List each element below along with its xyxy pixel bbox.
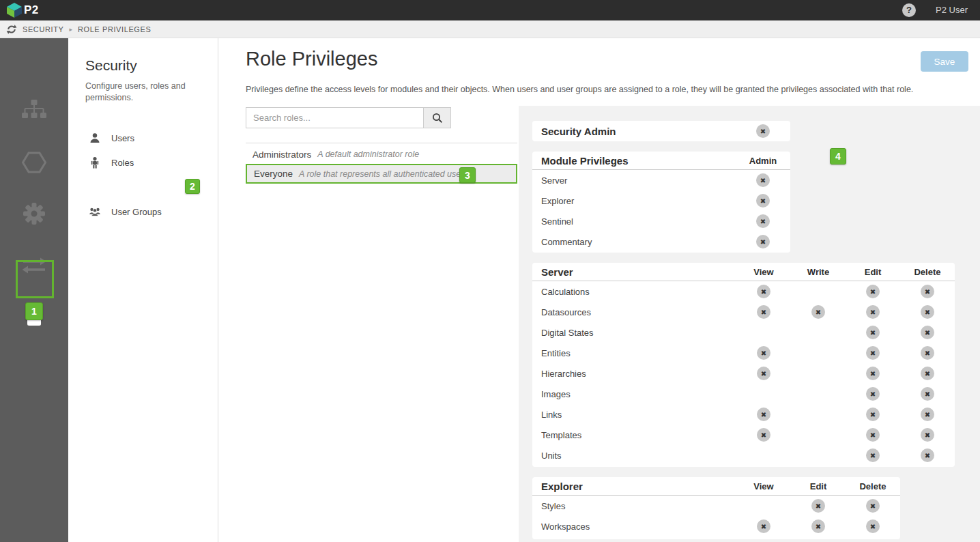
page-description: Privileges define the access levels for … bbox=[246, 85, 928, 94]
privilege-object-label: Hierarchies bbox=[532, 369, 736, 379]
privilege-cell: ✖ bbox=[846, 428, 900, 442]
privilege-object-label: Sentinel bbox=[532, 216, 736, 227]
revoke-privilege-button[interactable]: ✖ bbox=[811, 519, 825, 533]
privilege-cell: ✖ bbox=[736, 367, 791, 380]
revoke-privilege-button[interactable]: ✖ bbox=[866, 326, 880, 339]
revoke-privilege-button[interactable]: ✖ bbox=[921, 326, 934, 339]
privilege-object-label: Server bbox=[532, 175, 736, 186]
nav-item-hexagon[interactable] bbox=[0, 143, 68, 182]
search-input[interactable] bbox=[246, 107, 423, 128]
revoke-privilege-button[interactable]: ✖ bbox=[757, 367, 770, 380]
column-header: Edit bbox=[846, 267, 900, 277]
privilege-table-server: ServerViewWriteEditDeleteCalculations✖✖✖… bbox=[532, 263, 955, 467]
revoke-privilege-button[interactable]: ✖ bbox=[866, 448, 880, 462]
revoke-privilege-button[interactable]: ✖ bbox=[756, 194, 770, 208]
user-group-icon bbox=[89, 207, 101, 217]
revoke-privilege-button[interactable]: ✖ bbox=[866, 346, 880, 360]
revoke-privilege-button[interactable]: ✖ bbox=[866, 387, 880, 401]
privilege-cell: ✖ bbox=[900, 408, 955, 421]
privilege-object-label: Links bbox=[532, 410, 736, 420]
revoke-privilege-button[interactable]: ✖ bbox=[757, 346, 770, 360]
sidebar-item-users[interactable]: Users bbox=[68, 128, 218, 148]
privilege-row: Calculations✖✖✖ bbox=[532, 281, 955, 302]
revoke-privilege-button[interactable]: ✖ bbox=[811, 499, 825, 513]
privilege-cell: ✖ bbox=[846, 408, 900, 421]
role-list-item-administrators[interactable]: Administrators A default administrator r… bbox=[246, 145, 517, 164]
revoke-privilege-button[interactable]: ✖ bbox=[866, 285, 880, 298]
privilege-cell: ✖ bbox=[736, 305, 791, 319]
privilege-object-label: Commentary bbox=[532, 237, 736, 247]
revoke-privilege-button[interactable]: ✖ bbox=[756, 173, 770, 187]
nav-item-settings[interactable] bbox=[0, 195, 68, 233]
revoke-privilege-button[interactable]: ✖ bbox=[757, 408, 770, 421]
privilege-object-label: Images bbox=[532, 389, 736, 399]
breadcrumb-item-role-privileges: ROLE PRIVILEGES bbox=[78, 25, 151, 33]
privileges-panel: Security Admin ✖ Module PrivilegesAdminS… bbox=[519, 106, 980, 542]
search-icon bbox=[432, 113, 443, 124]
revoke-privilege-button[interactable]: ✖ bbox=[866, 408, 880, 421]
sidebar-item-roles[interactable]: Roles bbox=[68, 152, 218, 173]
breadcrumb-arrow-icon: ▸ bbox=[69, 26, 72, 33]
table-title: Module Privileges bbox=[532, 155, 736, 167]
revoke-privilege-button[interactable]: ✖ bbox=[866, 499, 880, 513]
revoke-privilege-button[interactable]: ✖ bbox=[921, 387, 934, 401]
privilege-row: Entities✖✖✖ bbox=[532, 343, 955, 363]
breadcrumb-item-security[interactable]: SECURITY bbox=[23, 25, 63, 33]
privilege-cell: ✖ bbox=[900, 346, 955, 360]
privilege-cell: ✖ bbox=[846, 519, 900, 533]
table-header-row: ServerViewWriteEditDelete bbox=[532, 263, 955, 281]
revoke-privilege-button[interactable]: ✖ bbox=[757, 519, 770, 533]
revoke-privilege-button[interactable]: ✖ bbox=[811, 305, 825, 319]
column-header: View bbox=[736, 481, 791, 491]
privilege-cell: ✖ bbox=[846, 367, 900, 380]
top-bar: P2 ? P2 User bbox=[0, 0, 980, 20]
sidebar-item-label: User Groups bbox=[111, 207, 162, 217]
annotation-box-step1 bbox=[16, 260, 54, 298]
search-button[interactable] bbox=[423, 107, 451, 128]
help-icon[interactable]: ? bbox=[902, 3, 916, 17]
role-name: Administrators bbox=[253, 149, 311, 160]
sidebar-item-user-groups[interactable]: User Groups bbox=[68, 201, 218, 222]
revoke-privilege-button[interactable]: ✖ bbox=[866, 305, 880, 319]
revoke-privilege-button[interactable]: ✖ bbox=[866, 519, 880, 533]
revoke-privilege-button[interactable]: ✖ bbox=[921, 285, 934, 298]
p2-logo[interactable]: P2 bbox=[7, 3, 39, 18]
column-header: Write bbox=[791, 267, 846, 277]
privilege-row: Styles✖✖ bbox=[532, 496, 900, 516]
privilege-table-explorer: ExplorerViewEditDeleteStyles✖✖Workspaces… bbox=[532, 477, 900, 539]
privilege-cell: ✖ bbox=[900, 367, 955, 380]
privilege-row: Digital States✖✖ bbox=[532, 322, 955, 343]
save-button[interactable]: Save bbox=[921, 51, 968, 72]
privilege-cell: ✖ bbox=[846, 285, 900, 298]
user-menu[interactable]: P2 User bbox=[936, 5, 968, 15]
revoke-privilege-button[interactable]: ✖ bbox=[757, 285, 770, 298]
table-header-row: Module PrivilegesAdmin bbox=[532, 152, 790, 170]
privilege-cell: ✖ bbox=[846, 346, 900, 360]
privilege-cell: ✖ bbox=[846, 326, 900, 339]
table-title: Explorer bbox=[532, 481, 736, 492]
gear-icon bbox=[23, 202, 46, 225]
revoke-privilege-button[interactable]: ✖ bbox=[921, 367, 934, 380]
sidebar-subtitle: Configure users, roles and permissions. bbox=[85, 81, 203, 104]
role-list-item-everyone[interactable]: Everyone A role that represents all auth… bbox=[246, 164, 517, 184]
remove-role-button[interactable]: ✖ bbox=[756, 124, 770, 138]
revoke-privilege-button[interactable]: ✖ bbox=[921, 305, 934, 319]
revoke-privilege-button[interactable]: ✖ bbox=[756, 214, 770, 228]
revoke-privilege-button[interactable]: ✖ bbox=[866, 428, 880, 442]
privilege-object-label: Styles bbox=[532, 501, 736, 511]
revoke-privilege-button[interactable]: ✖ bbox=[921, 448, 934, 462]
revoke-privilege-button[interactable]: ✖ bbox=[921, 346, 934, 360]
revoke-privilege-button[interactable]: ✖ bbox=[921, 408, 934, 421]
revoke-privilege-button[interactable]: ✖ bbox=[921, 428, 934, 442]
nav-item-hierarchy[interactable] bbox=[0, 91, 68, 129]
revoke-privilege-button[interactable]: ✖ bbox=[866, 367, 880, 380]
revoke-privilege-button[interactable]: ✖ bbox=[757, 428, 770, 442]
annotation-badge-1: 1 bbox=[25, 302, 43, 320]
selected-role-card: Security Admin ✖ bbox=[532, 121, 790, 141]
column-header: Edit bbox=[791, 481, 846, 491]
column-header: Delete bbox=[900, 267, 955, 277]
revoke-privilege-button[interactable]: ✖ bbox=[756, 235, 770, 248]
revoke-privilege-button[interactable]: ✖ bbox=[757, 305, 770, 319]
privilege-table-module: Module PrivilegesAdminServer✖Explorer✖Se… bbox=[532, 152, 790, 253]
refresh-icon[interactable] bbox=[6, 24, 17, 35]
